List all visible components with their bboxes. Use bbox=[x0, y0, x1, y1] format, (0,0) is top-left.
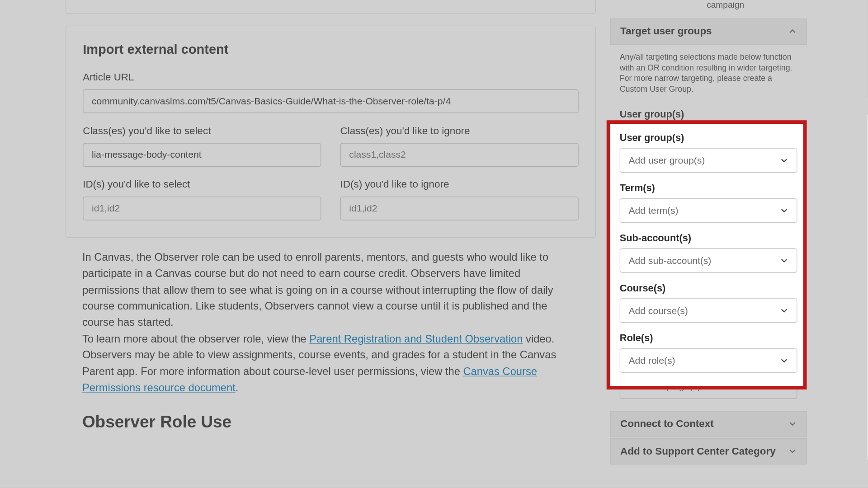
article-body-card: In Canvas, the Observer role can be used… bbox=[66, 249, 596, 432]
sidebar-top-note: the item is exclusively assigned to an i… bbox=[610, 0, 807, 18]
campaigns-placeholder: Add campaign(s) bbox=[628, 381, 700, 392]
roles-label: Role(s) bbox=[620, 308, 797, 319]
target-block: User group(s) Add user group(s) Term(s) … bbox=[610, 100, 807, 409]
ids-ignore-label: ID(s) you'd like to ignore bbox=[340, 178, 579, 190]
classes-ignore-input[interactable] bbox=[340, 143, 579, 167]
article-paragraph-1: In Canvas, the Observer role can be used… bbox=[82, 249, 579, 331]
observer-role-use-heading: Observer Role Use bbox=[82, 413, 579, 432]
user-groups-label: User group(s) bbox=[620, 108, 797, 119]
connect-to-context-header[interactable]: Connect to Context bbox=[610, 411, 807, 437]
add-to-support-center-header[interactable]: Add to Support Center Category bbox=[610, 438, 807, 464]
classes-select-input[interactable] bbox=[83, 143, 321, 167]
chevron-down-icon bbox=[780, 132, 788, 141]
target-user-groups-label: Target user groups bbox=[620, 25, 712, 37]
article-url-label: Article URL bbox=[83, 71, 579, 83]
campaigns-label: Campaign(s) bbox=[620, 358, 797, 370]
target-user-groups-header[interactable]: Target user groups bbox=[610, 18, 807, 44]
classes-ignore-label: Class(es) you'd like to ignore bbox=[340, 125, 579, 137]
ids-select-label: ID(s) you'd like to select bbox=[83, 178, 321, 190]
import-card: Import external content Article URL Clas… bbox=[66, 26, 596, 238]
chevron-down-icon bbox=[780, 232, 788, 240]
subaccounts-placeholder: Add sub-account(s) bbox=[628, 231, 711, 242]
terms-placeholder: Add term(s) bbox=[628, 181, 678, 192]
parent-registration-link[interactable]: Parent Registration and Student Observat… bbox=[309, 333, 523, 344]
chevron-down-icon bbox=[788, 420, 797, 428]
subaccounts-label: Sub-account(s) bbox=[620, 208, 797, 220]
classes-select-label: Class(es) you'd like to select bbox=[83, 125, 321, 137]
ids-ignore-input[interactable] bbox=[340, 197, 579, 221]
terms-label: Term(s) bbox=[620, 158, 797, 169]
p2-post: . bbox=[236, 382, 239, 394]
roles-placeholder: Add role(s) bbox=[628, 331, 675, 342]
terms-select[interactable]: Add term(s) bbox=[620, 174, 797, 199]
chevron-down-icon bbox=[780, 382, 788, 390]
courses-select[interactable]: Add course(s) bbox=[620, 274, 797, 299]
add-to-support-center-label: Add to Support Center Category bbox=[620, 445, 776, 457]
import-section-title: Import external content bbox=[83, 42, 579, 57]
courses-label: Course(s) bbox=[620, 258, 797, 269]
targeting-help-text: Any/all targeting selections made below … bbox=[610, 44, 807, 99]
user-groups-placeholder: Add user group(s) bbox=[628, 131, 705, 142]
roles-select[interactable]: Add role(s) bbox=[620, 324, 797, 349]
chevron-down-icon bbox=[780, 182, 788, 190]
title-card: The Observer role and its uses bbox=[66, 0, 596, 14]
chevron-down-icon bbox=[780, 333, 788, 341]
user-groups-select[interactable]: Add user group(s) bbox=[620, 124, 797, 149]
chevron-up-icon bbox=[788, 27, 797, 35]
chevron-down-icon bbox=[788, 447, 797, 455]
article-url-input[interactable] bbox=[83, 89, 579, 113]
article-paragraph-2: To learn more about the observer role, v… bbox=[82, 331, 579, 396]
campaigns-select[interactable]: Add campaign(s) bbox=[620, 374, 797, 399]
p2-pre: To learn more about the observer role, v… bbox=[82, 333, 309, 344]
ids-select-input[interactable] bbox=[83, 197, 321, 221]
courses-placeholder: Add course(s) bbox=[628, 281, 688, 292]
subaccounts-select[interactable]: Add sub-account(s) bbox=[620, 224, 797, 249]
chevron-down-icon bbox=[780, 282, 788, 291]
connect-to-context-label: Connect to Context bbox=[620, 418, 714, 430]
